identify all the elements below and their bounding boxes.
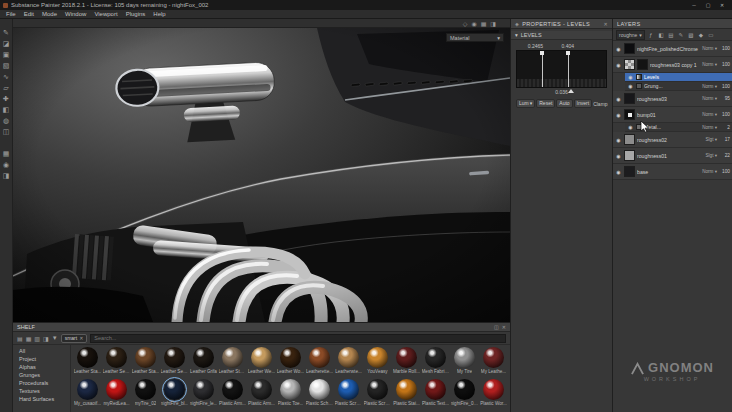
- material-tile[interactable]: My_cusaoif...: [73, 379, 102, 411]
- layer-blend-mode[interactable]: Norm ▾: [702, 125, 717, 130]
- layer-opacity[interactable]: 17: [719, 137, 730, 142]
- visibility-eye-icon[interactable]: ◉: [615, 96, 622, 102]
- clamp-label[interactable]: Clamp: [593, 101, 607, 107]
- search-filter-tag[interactable]: smart ✕: [61, 334, 88, 343]
- camera-icon[interactable]: ◉: [471, 20, 476, 27]
- material-tile[interactable]: myRedLea...: [102, 379, 131, 411]
- material-tile[interactable]: Leather Sea...: [102, 347, 131, 379]
- visibility-eye-icon[interactable]: ◉: [615, 153, 622, 159]
- material-tile[interactable]: Marble Roll...: [392, 347, 421, 379]
- close-properties-icon[interactable]: ✕: [604, 21, 609, 27]
- layer-row[interactable]: ◉ Levels: [625, 73, 732, 82]
- layer-row[interactable]: ◉ roughness01 Slgt ▾ 22: [613, 148, 732, 164]
- layer-row[interactable]: ◉ base Norm ▾ 100: [613, 164, 732, 180]
- menu-item[interactable]: Window: [61, 11, 90, 17]
- add-folder-icon[interactable]: ▤: [667, 32, 675, 38]
- material-tile[interactable]: Leather Wo...: [276, 347, 305, 379]
- layer-thumbnail[interactable]: [636, 74, 642, 80]
- shelf-category[interactable]: Grunges: [13, 371, 70, 379]
- split-view-icon[interactable]: ◨: [490, 20, 496, 27]
- visibility-eye-icon[interactable]: ◉: [615, 137, 622, 143]
- perspective-icon[interactable]: ◇: [463, 20, 468, 27]
- particles-tool-icon[interactable]: ◍: [1, 115, 12, 126]
- delete-layer-icon[interactable]: ▭: [707, 32, 715, 38]
- layer-opacity[interactable]: 100: [719, 62, 730, 67]
- grid-view-icon[interactable]: ▦: [26, 335, 32, 342]
- material-tile[interactable]: nightFire_le...: [189, 379, 218, 411]
- layer-row[interactable]: ◉ bump01 Norm ▾ 100: [613, 107, 732, 123]
- material-tile[interactable]: Plastic Wor...: [479, 379, 508, 411]
- visibility-eye-icon[interactable]: ◉: [615, 169, 622, 175]
- visibility-eye-icon[interactable]: ◉: [615, 46, 622, 52]
- layer-thumbnail[interactable]: [624, 150, 635, 161]
- material-tile[interactable]: nightFire_00...: [450, 379, 479, 411]
- import-resources-icon[interactable]: ▤: [17, 335, 23, 342]
- restore-button[interactable]: ▢: [701, 0, 715, 10]
- histogram-plot[interactable]: [516, 50, 607, 88]
- layer-opacity[interactable]: 100: [719, 169, 730, 174]
- viewport-3d-scene[interactable]: [13, 28, 510, 322]
- layer-blend-mode[interactable]: Slgt ▾: [706, 137, 718, 142]
- menu-item[interactable]: Plugins: [122, 11, 150, 17]
- layer-blend-mode[interactable]: Norm ▾: [702, 62, 717, 67]
- menu-item[interactable]: Edit: [20, 11, 38, 17]
- layer-row[interactable]: ◉ nightFire_polishedChrome Norm ▾ 100: [613, 41, 732, 57]
- shelf-category[interactable]: Textures: [13, 387, 70, 395]
- thumbnail-size-icon[interactable]: ◨: [43, 335, 49, 342]
- material-tile[interactable]: My Tire: [450, 347, 479, 379]
- layer-content-thumbnail[interactable]: [637, 59, 648, 70]
- material-tile[interactable]: Plastic Scra...: [334, 379, 363, 411]
- shelf-category[interactable]: Hard Surfaces: [13, 395, 70, 403]
- search-input[interactable]: [90, 334, 506, 343]
- visibility-eye-icon[interactable]: ◉: [615, 62, 622, 68]
- shelf-category[interactable]: Alphas: [13, 363, 70, 371]
- material-tile[interactable]: Leatherette...: [305, 347, 334, 379]
- channel-combo[interactable]: Lum ▾: [516, 99, 535, 108]
- quick-mask-tool-icon[interactable]: ◧: [1, 104, 12, 115]
- layer-thumbnail[interactable]: [624, 109, 635, 120]
- list-view-icon[interactable]: ▥: [34, 335, 40, 342]
- layer-blend-mode[interactable]: Slgt ▾: [706, 153, 718, 158]
- add-mask-icon[interactable]: ◧: [657, 32, 665, 38]
- layer-thumbnail[interactable]: [624, 134, 635, 145]
- material-tile[interactable]: Plastic Text...: [421, 379, 450, 411]
- material-tile[interactable]: Mesh Fabric...: [421, 347, 450, 379]
- material-tile[interactable]: Leather Styl...: [218, 347, 247, 379]
- histogram-marker[interactable]: [542, 51, 543, 87]
- visibility-eye-icon[interactable]: ◉: [627, 83, 634, 89]
- material-tile[interactable]: Plastic Arm...: [247, 379, 276, 411]
- material-tile[interactable]: Plastic Arm...: [218, 379, 247, 411]
- dock-panel-icon[interactable]: ◫: [494, 324, 499, 330]
- visibility-eye-icon[interactable]: ◉: [627, 74, 634, 80]
- shader-settings-icon[interactable]: ◨: [1, 170, 12, 181]
- menu-item[interactable]: Viewport: [90, 11, 121, 17]
- menu-item[interactable]: Mode: [38, 11, 61, 17]
- material-picker-tool-icon[interactable]: ✚: [1, 93, 12, 104]
- layer-opacity[interactable]: 22: [719, 153, 730, 158]
- paint-tool-icon[interactable]: ✎: [1, 27, 12, 38]
- menu-item[interactable]: Help: [149, 11, 169, 17]
- add-fill-layer-icon[interactable]: ▨: [687, 32, 695, 38]
- material-tile[interactable]: My Leathe...: [479, 347, 508, 379]
- material-tile[interactable]: myTire_02: [131, 379, 160, 411]
- polygon-fill-tool-icon[interactable]: ▧: [1, 60, 12, 71]
- display-mode-icon[interactable]: ▦: [481, 20, 487, 27]
- material-tile[interactable]: nightFire_bl...: [160, 379, 189, 411]
- add-smart-material-icon[interactable]: ◆: [697, 32, 705, 38]
- layer-row[interactable]: ◉ Grung... Norm ▾ 100: [625, 82, 732, 91]
- symmetry-tool-icon[interactable]: ◫: [1, 126, 12, 137]
- smudge-tool-icon[interactable]: ∿: [1, 71, 12, 82]
- visibility-eye-icon[interactable]: ◉: [615, 112, 622, 118]
- layer-thumbnail[interactable]: [624, 166, 635, 177]
- viewport-3d[interactable]: ◇ ◉ ▦ ◨: [13, 19, 510, 322]
- material-tile[interactable]: Leatherwte...: [334, 347, 363, 379]
- layer-opacity[interactable]: 100: [719, 84, 730, 89]
- material-tile[interactable]: Plastic Toe...: [276, 379, 305, 411]
- shelf-category[interactable]: Project: [13, 355, 70, 363]
- levels-output-slider[interactable]: 0.036: [516, 88, 607, 96]
- visibility-eye-icon[interactable]: ◉: [627, 124, 634, 130]
- pin-icon[interactable]: ◈: [515, 21, 519, 27]
- layer-thumbnail[interactable]: [624, 59, 635, 70]
- layer-opacity[interactable]: 95: [719, 96, 730, 101]
- material-tile[interactable]: Leather Sta...: [131, 347, 160, 379]
